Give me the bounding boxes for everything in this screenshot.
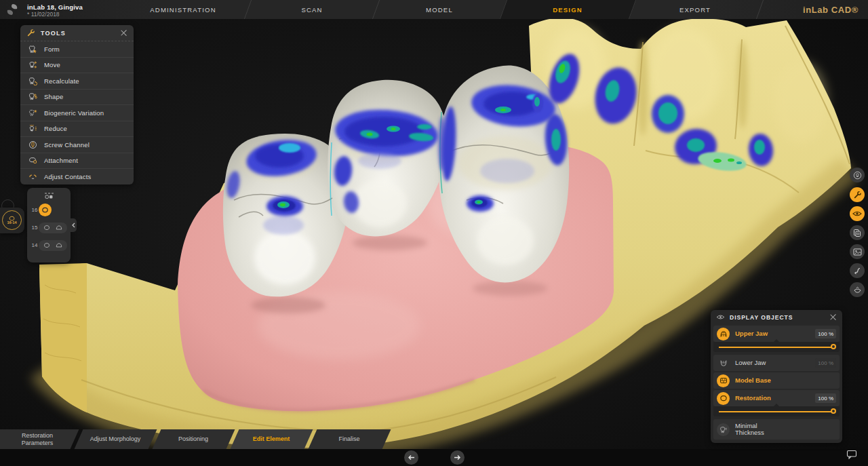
opacity-value: 100 % — [815, 329, 836, 338]
bridge-icon — [43, 191, 54, 201]
tooth-14-options[interactable] — [39, 240, 67, 251]
step-positioning[interactable]: Positioning — [159, 429, 227, 449]
display-objects-title: DISPLAY OBJECTS — [730, 314, 829, 321]
slider-track — [719, 347, 833, 348]
display-row-label: Minimal Thickness — [735, 423, 774, 436]
close-icon[interactable] — [829, 313, 837, 321]
tooth-globe-icon — [853, 171, 862, 180]
slider-knob[interactable] — [831, 344, 836, 349]
tooth-number: 14 — [31, 242, 39, 248]
crown-outline-icon — [43, 225, 50, 231]
tool-item-recalculate[interactable]: Recalculate — [20, 73, 134, 89]
eye-icon — [852, 210, 862, 217]
tab-administration[interactable]: ADMINISTRATION — [150, 6, 216, 14]
tool-item-label: Attachment — [44, 157, 78, 164]
s-curve-icon — [853, 267, 861, 275]
restoration-opacity-slider[interactable] — [713, 406, 840, 416]
tool-item-label: Reduce — [44, 125, 67, 132]
tooth-row-15: 15 — [27, 219, 71, 236]
tool-item-attachment[interactable]: Attachment — [20, 153, 134, 169]
tooth-number: 15 — [31, 225, 39, 231]
nav-separator — [756, 0, 764, 19]
snapshot-button[interactable] — [850, 244, 865, 259]
tooth-15-options[interactable] — [39, 222, 67, 233]
next-step-button[interactable] — [450, 450, 465, 465]
tool-item-adjust-contacts[interactable]: Adjust Contacts — [20, 168, 134, 185]
wrench-icon — [853, 191, 862, 199]
attachment-icon — [27, 156, 39, 165]
tooth-row-16: 16 — [27, 201, 71, 218]
chat-bubble-icon — [846, 450, 857, 459]
tooth-number: 16 — [31, 207, 39, 213]
tooth-selector-panel: 16 15 14 — [27, 188, 71, 263]
tooth-16-crown-button[interactable] — [39, 203, 52, 216]
grab-view-button[interactable] — [850, 282, 865, 297]
restoration-badge-container: 16-14 — [0, 208, 24, 233]
slider-knob[interactable] — [831, 408, 836, 414]
tool-item-reduce[interactable]: Reduce — [20, 121, 134, 137]
workflow-steps: Restoration Parameters Adjust Morphology… — [0, 429, 434, 449]
tool-item-move[interactable]: Move — [20, 57, 134, 73]
restoration-range-badge[interactable]: 16-14 — [2, 210, 22, 230]
feedback-chat-button[interactable] — [846, 450, 857, 462]
step-edit-element[interactable]: Edit Element — [237, 429, 305, 449]
nav-separator — [244, 0, 252, 19]
image-icon — [853, 248, 862, 256]
tool-item-form[interactable]: Form — [20, 41, 134, 57]
wrench-icon — [26, 28, 35, 37]
adjust-contacts-icon — [27, 172, 39, 181]
display-row-lower-jaw[interactable]: Lower Jaw 100 % — [713, 355, 840, 371]
arrow-right-icon — [454, 454, 461, 461]
tooth-range-label: 16-14 — [7, 220, 16, 225]
upper-jaw-opacity-slider[interactable] — [713, 342, 840, 352]
brand-logo: inLab CAD® — [803, 5, 859, 15]
minimal-thickness-icon — [717, 423, 730, 436]
step-restoration-parameters[interactable]: Restoration Parameters — [12, 429, 62, 449]
opacity-value: 100 % — [815, 358, 836, 368]
tools-panel: TOOLS Form Move Recalculate Shape Biogen… — [20, 25, 134, 185]
nav-separator — [372, 0, 380, 19]
tooth-refresh-icon — [27, 77, 39, 85]
tool-item-shape[interactable]: Shape — [20, 89, 134, 105]
display-row-model-base[interactable]: Model Base — [713, 372, 840, 389]
pontic-icon — [56, 242, 62, 248]
tool-item-label: Form — [44, 45, 60, 53]
case-documents-button[interactable] — [850, 225, 865, 240]
tab-scan[interactable]: SCAN — [301, 6, 322, 14]
articulation-button[interactable] — [850, 263, 865, 278]
display-row-label: Lower Jaw — [735, 360, 766, 366]
display-row-label: Restoration — [735, 395, 771, 402]
screw-channel-icon — [27, 140, 39, 149]
display-row-minimal-thickness[interactable]: Minimal Thickness — [713, 419, 840, 440]
crown-outline-icon — [43, 242, 50, 248]
tool-item-screw-channel[interactable]: Screw Channel — [20, 136, 134, 153]
restoration-3d-button[interactable] — [850, 168, 865, 182]
pontic-icon — [56, 225, 62, 231]
tab-design[interactable]: DESIGN — [553, 6, 583, 14]
step-finalise[interactable]: Finalise — [315, 429, 383, 449]
model-base-icon — [717, 374, 730, 387]
tool-item-label: Recalculate — [44, 77, 79, 85]
tooth-move-icon — [27, 60, 39, 69]
lower-jaw-icon — [717, 357, 730, 370]
tab-model[interactable]: MODEL — [426, 6, 453, 14]
tools-panel-title: TOOLS — [41, 30, 120, 37]
chevron-left-icon — [72, 222, 75, 228]
tab-export[interactable]: EXPORT — [679, 6, 711, 14]
tool-item-label: Adjust Contacts — [44, 173, 92, 180]
tools-button[interactable] — [850, 187, 865, 202]
close-icon[interactable] — [120, 29, 127, 37]
display-objects-button[interactable] — [850, 206, 865, 221]
step-adjust-morphology[interactable]: Adjust Morphology — [90, 429, 141, 449]
display-objects-panel: DISPLAY OBJECTS Upper Jaw 100 % Lower Ja… — [711, 310, 842, 443]
hand-icon — [853, 286, 862, 294]
collapse-panel-button[interactable] — [70, 218, 77, 232]
restoration-icon — [717, 392, 730, 405]
previous-step-button[interactable] — [404, 450, 418, 465]
tools-panel-header: TOOLS — [20, 25, 134, 41]
tool-item-biogeneric-variation[interactable]: Biogeneric Variation — [20, 104, 134, 121]
tooth-row-14: 14 — [27, 237, 71, 254]
project-date: * 11/02/2018 — [27, 11, 60, 18]
tool-item-label: Biogeneric Variation — [44, 109, 104, 117]
tooth-cursor-icon — [27, 45, 39, 54]
